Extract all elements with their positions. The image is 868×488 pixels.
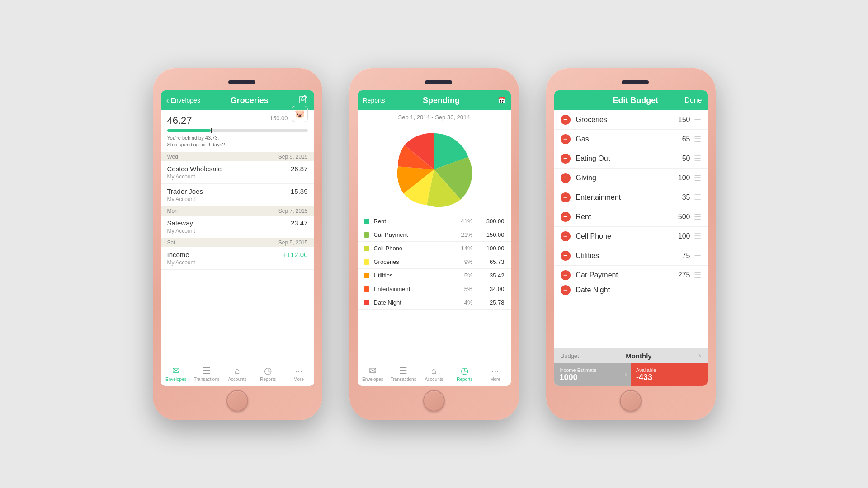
budget-giving-name: Giving — [576, 174, 678, 182]
progress-bar — [167, 129, 308, 132]
tab-envelopes-1[interactable]: ✉ Envelopes — [162, 365, 189, 382]
remove-entertainment-btn[interactable]: − — [561, 192, 571, 202]
budget-eatingout-amount: 50 — [682, 155, 690, 163]
home-button-3[interactable] — [620, 390, 642, 412]
legend-entertainment[interactable]: Entertainment 5% 34.00 — [358, 282, 511, 296]
budget-giving-amount: 100 — [678, 174, 690, 182]
home-button-2[interactable] — [423, 390, 445, 412]
tab-envelopes-label-1: Envelopes — [165, 377, 187, 382]
legend-utilities[interactable]: Utilities 5% 35.42 — [358, 269, 511, 282]
remove-utilities-btn[interactable]: − — [561, 251, 571, 261]
nav-reports-label: Reports — [363, 97, 385, 104]
remove-eatingout-btn[interactable]: − — [561, 154, 571, 164]
transaction-income[interactable]: Income +112.00 My Account — [161, 247, 314, 270]
tab-reports-2[interactable]: ◷ Reports — [451, 365, 478, 382]
phone-3-screen: Edit Budget Done − Groceries 150 ☰ − Gas… — [554, 90, 708, 386]
legend-datenight[interactable]: Date Night 4% 25.78 — [358, 296, 511, 310]
nav-back[interactable]: ‹ Envelopes — [166, 96, 200, 105]
utilities-label: Utilities — [374, 272, 464, 279]
date-full-sat: Sep 5, 2015 — [278, 239, 308, 246]
datenight-label: Date Night — [374, 299, 464, 306]
income-available-bar: Income Estimate 1000 › Available -433 — [554, 363, 708, 386]
budget-item-cellphone[interactable]: − Cell Phone 100 ☰ — [554, 227, 708, 246]
reports-icon-2: ◷ — [461, 365, 468, 376]
behind-line1: You're behind by 43.73. — [167, 135, 219, 141]
utilities-dot — [364, 273, 369, 278]
budget-item-groceries[interactable]: − Groceries 150 ☰ — [554, 110, 708, 130]
budget-item-utilities[interactable]: − Utilities 75 ☰ — [554, 246, 708, 266]
budget-period-value: Monthly — [626, 352, 652, 360]
home-button-1[interactable] — [226, 390, 248, 412]
transaction-list: Wed Sep 9, 2015 Costco Wholesale 26.87 M… — [161, 152, 314, 361]
date-range: Sep 1, 2014 - Sep 30, 2014 — [358, 110, 511, 124]
groceries-legend-label: Groceries — [374, 258, 464, 265]
tab-reports-1[interactable]: ◷ Reports — [255, 365, 282, 382]
tab-transactions-1[interactable]: ☰ Transactions — [193, 365, 220, 382]
budget-cellphone-amount: 100 — [678, 232, 690, 240]
tab-accounts-1[interactable]: ⌂ Accounts — [224, 366, 251, 382]
date-day-sat: Sat — [167, 239, 175, 246]
balance-budget: 150.00 — [270, 115, 288, 122]
income-section[interactable]: Income Estimate 1000 › — [554, 363, 631, 386]
calendar-icon[interactable]: 📅 — [498, 97, 505, 104]
car-label: Car Payment — [374, 231, 461, 238]
envelopes-icon-2: ✉ — [369, 365, 377, 376]
rent-dot — [364, 219, 369, 224]
reorder-utilities-icon: ☰ — [694, 251, 701, 261]
tab-reports-label-1: Reports — [260, 377, 276, 382]
budget-item-gas[interactable]: − Gas 65 ☰ — [554, 130, 708, 149]
tab-accounts-2[interactable]: ⌂ Accounts — [420, 366, 448, 382]
reorder-groceries-icon: ☰ — [694, 115, 701, 125]
nav-reports-left[interactable]: Reports — [363, 97, 385, 104]
remove-giving-btn[interactable]: − — [561, 173, 571, 183]
budget-item-rent[interactable]: − Rent 500 ☰ — [554, 207, 708, 227]
tab-reports-label-2: Reports — [457, 377, 472, 382]
budget-item-carpayment[interactable]: − Car Payment 275 ☰ — [554, 266, 708, 285]
phone-2-top — [358, 76, 511, 89]
more-icon-1: ··· — [295, 366, 302, 376]
budget-item-eatingout[interactable]: − Eating Out 50 ☰ — [554, 149, 708, 169]
remove-gas-btn[interactable]: − — [561, 134, 571, 144]
trader-name: Trader Joes — [167, 188, 203, 195]
tab-envelopes-2[interactable]: ✉ Envelopes — [359, 365, 386, 382]
legend-car[interactable]: Car Payment 21% 150.00 — [358, 228, 511, 242]
legend-groceries[interactable]: Groceries 9% 65.73 — [358, 255, 511, 269]
edit-icon[interactable] — [298, 95, 308, 106]
cell-dot — [364, 246, 369, 251]
phone-1-bottom — [161, 389, 314, 412]
tab-transactions-2[interactable]: ☰ Transactions — [390, 365, 417, 382]
transaction-trader[interactable]: Trader Joes 15.39 My Account — [161, 184, 314, 206]
budget-footer[interactable]: Budget Monthly › — [554, 348, 708, 363]
nav-bar-2: Reports Spending 📅 — [358, 90, 511, 110]
budget-cellphone-name: Cell Phone — [576, 232, 678, 240]
done-button[interactable]: Done — [684, 96, 702, 104]
transaction-safeway[interactable]: Safeway 23.47 My Account — [161, 216, 314, 238]
legend-rent[interactable]: Rent 41% 300.00 — [358, 215, 511, 228]
piggy-bank-icon[interactable]: 🐷 — [292, 106, 308, 122]
datenight-pct: 4% — [464, 299, 473, 306]
balance-section: 46.27 150.00 🐷 You're behind by 43.73. S… — [161, 110, 314, 152]
costco-account: My Account — [167, 174, 308, 180]
groceries-pct: 9% — [464, 258, 473, 265]
nav-bar-3: Edit Budget Done — [554, 90, 708, 110]
budget-item-giving[interactable]: − Giving 100 ☰ — [554, 169, 708, 188]
behind-line2: Stop spending for 9 days? — [167, 142, 225, 147]
remove-groceries-btn[interactable]: − — [561, 115, 571, 125]
datenight-val: 25.78 — [482, 299, 505, 306]
budget-entertainment-name: Entertainment — [576, 193, 682, 202]
remove-datenight-btn[interactable]: − — [561, 285, 571, 295]
tab-more-2[interactable]: ··· More — [482, 366, 509, 382]
remove-rent-btn[interactable]: − — [561, 212, 571, 222]
available-value: -433 — [636, 373, 702, 382]
budget-utilities-amount: 75 — [682, 252, 690, 260]
transaction-costco[interactable]: Costco Wholesale 26.87 My Account — [161, 161, 314, 184]
budget-item-entertainment[interactable]: − Entertainment 35 ☰ — [554, 188, 708, 207]
remove-carpayment-btn[interactable]: − — [561, 270, 571, 280]
behind-text: You're behind by 43.73. Stop spending fo… — [167, 135, 308, 149]
legend-cell[interactable]: Cell Phone 14% 100.00 — [358, 242, 511, 255]
tab-more-1[interactable]: ··· More — [285, 366, 312, 382]
envelopes-icon-1: ✉ — [172, 365, 180, 376]
remove-cellphone-btn[interactable]: − — [561, 231, 571, 241]
nav-title-2: Spending — [423, 96, 460, 105]
phone-3-top — [554, 76, 708, 89]
